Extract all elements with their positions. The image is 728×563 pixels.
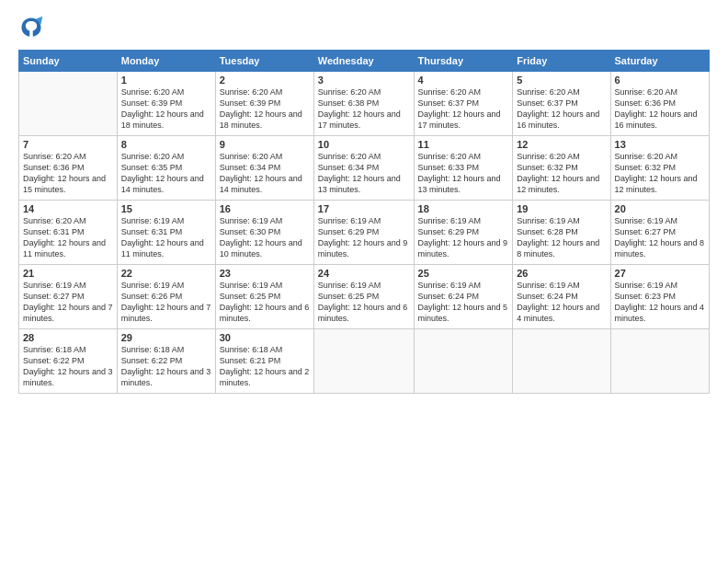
calendar-cell: 20Sunrise: 6:19 AMSunset: 6:27 PMDayligh…	[610, 201, 709, 265]
calendar-cell	[19, 72, 118, 136]
day-info: Sunrise: 6:19 AMSunset: 6:31 PMDaylight:…	[121, 215, 211, 260]
day-info: Sunrise: 6:18 AMSunset: 6:21 PMDaylight:…	[220, 344, 310, 389]
calendar-cell: 16Sunrise: 6:19 AMSunset: 6:30 PMDayligh…	[215, 201, 313, 265]
day-number: 4	[418, 75, 509, 86]
day-number: 26	[517, 268, 606, 279]
day-info: Sunrise: 6:20 AMSunset: 6:34 PMDaylight:…	[318, 151, 410, 196]
logo	[18, 15, 48, 40]
weekday-header-saturday: Saturday	[610, 51, 709, 72]
weekday-header-row: SundayMondayTuesdayWednesdayThursdayFrid…	[19, 51, 710, 72]
calendar-cell: 6Sunrise: 6:20 AMSunset: 6:36 PMDaylight…	[610, 72, 709, 136]
calendar-cell: 11Sunrise: 6:20 AMSunset: 6:33 PMDayligh…	[414, 136, 513, 201]
calendar-cell: 12Sunrise: 6:20 AMSunset: 6:32 PMDayligh…	[513, 136, 610, 201]
day-number: 10	[318, 139, 410, 150]
day-number: 17	[318, 203, 410, 214]
day-info: Sunrise: 6:19 AMSunset: 6:26 PMDaylight:…	[121, 280, 211, 325]
week-row-3: 14Sunrise: 6:20 AMSunset: 6:31 PMDayligh…	[19, 201, 710, 265]
calendar-cell: 24Sunrise: 6:19 AMSunset: 6:25 PMDayligh…	[313, 265, 414, 329]
day-number: 3	[318, 75, 410, 86]
day-info: Sunrise: 6:20 AMSunset: 6:39 PMDaylight:…	[220, 86, 310, 132]
weekday-header-thursday: Thursday	[414, 51, 513, 72]
calendar-cell: 7Sunrise: 6:20 AMSunset: 6:36 PMDaylight…	[19, 136, 118, 201]
week-row-5: 28Sunrise: 6:18 AMSunset: 6:22 PMDayligh…	[19, 329, 710, 394]
day-number: 18	[418, 203, 509, 214]
day-info: Sunrise: 6:19 AMSunset: 6:29 PMDaylight:…	[318, 215, 410, 260]
calendar-cell: 21Sunrise: 6:19 AMSunset: 6:27 PMDayligh…	[19, 265, 118, 329]
day-number: 11	[418, 139, 509, 150]
day-number: 9	[220, 139, 310, 150]
day-info: Sunrise: 6:19 AMSunset: 6:27 PMDaylight:…	[615, 215, 705, 260]
day-number: 29	[121, 332, 211, 343]
calendar-cell: 23Sunrise: 6:19 AMSunset: 6:25 PMDayligh…	[215, 265, 313, 329]
calendar-cell: 17Sunrise: 6:19 AMSunset: 6:29 PMDayligh…	[313, 201, 414, 265]
day-number: 5	[517, 75, 606, 86]
calendar-cell: 1Sunrise: 6:20 AMSunset: 6:39 PMDaylight…	[117, 72, 215, 136]
week-row-4: 21Sunrise: 6:19 AMSunset: 6:27 PMDayligh…	[19, 265, 710, 329]
day-number: 6	[615, 75, 705, 86]
day-info: Sunrise: 6:20 AMSunset: 6:36 PMDaylight:…	[615, 86, 705, 132]
calendar-cell: 2Sunrise: 6:20 AMSunset: 6:39 PMDaylight…	[215, 72, 313, 136]
day-number: 22	[121, 268, 211, 279]
calendar-cell: 25Sunrise: 6:19 AMSunset: 6:24 PMDayligh…	[414, 265, 513, 329]
calendar-cell	[610, 329, 709, 394]
day-number: 13	[615, 139, 705, 150]
week-row-1: 1Sunrise: 6:20 AMSunset: 6:39 PMDaylight…	[19, 72, 710, 136]
day-number: 8	[121, 139, 211, 150]
day-info: Sunrise: 6:19 AMSunset: 6:25 PMDaylight:…	[318, 280, 410, 325]
day-number: 16	[220, 203, 310, 214]
week-row-2: 7Sunrise: 6:20 AMSunset: 6:36 PMDaylight…	[19, 136, 710, 201]
weekday-header-sunday: Sunday	[19, 51, 118, 72]
day-info: Sunrise: 6:20 AMSunset: 6:33 PMDaylight:…	[418, 151, 509, 196]
day-info: Sunrise: 6:20 AMSunset: 6:32 PMDaylight:…	[615, 151, 705, 196]
calendar-cell: 28Sunrise: 6:18 AMSunset: 6:22 PMDayligh…	[19, 329, 118, 394]
day-number: 24	[318, 268, 410, 279]
day-number: 14	[23, 203, 113, 214]
day-info: Sunrise: 6:19 AMSunset: 6:24 PMDaylight:…	[517, 280, 606, 325]
weekday-header-tuesday: Tuesday	[215, 51, 313, 72]
calendar-cell: 26Sunrise: 6:19 AMSunset: 6:24 PMDayligh…	[513, 265, 610, 329]
calendar-cell: 14Sunrise: 6:20 AMSunset: 6:31 PMDayligh…	[19, 201, 118, 265]
day-info: Sunrise: 6:20 AMSunset: 6:37 PMDaylight:…	[418, 86, 509, 132]
day-number: 27	[615, 268, 705, 279]
header	[18, 15, 710, 40]
day-info: Sunrise: 6:18 AMSunset: 6:22 PMDaylight:…	[23, 344, 113, 389]
calendar-cell: 29Sunrise: 6:18 AMSunset: 6:22 PMDayligh…	[117, 329, 215, 394]
calendar-cell: 13Sunrise: 6:20 AMSunset: 6:32 PMDayligh…	[610, 136, 709, 201]
day-number: 2	[220, 75, 310, 86]
weekday-header-monday: Monday	[117, 51, 215, 72]
day-info: Sunrise: 6:19 AMSunset: 6:28 PMDaylight:…	[517, 215, 606, 260]
day-number: 28	[23, 332, 113, 343]
day-info: Sunrise: 6:18 AMSunset: 6:22 PMDaylight:…	[121, 344, 211, 389]
day-info: Sunrise: 6:19 AMSunset: 6:29 PMDaylight:…	[418, 215, 509, 260]
day-number: 19	[517, 203, 606, 214]
day-number: 15	[121, 203, 211, 214]
day-info: Sunrise: 6:20 AMSunset: 6:36 PMDaylight:…	[23, 151, 113, 196]
day-info: Sunrise: 6:20 AMSunset: 6:39 PMDaylight:…	[121, 86, 211, 132]
weekday-header-wednesday: Wednesday	[313, 51, 414, 72]
day-info: Sunrise: 6:20 AMSunset: 6:31 PMDaylight:…	[23, 215, 113, 260]
calendar-cell: 30Sunrise: 6:18 AMSunset: 6:21 PMDayligh…	[215, 329, 313, 394]
day-number: 12	[517, 139, 606, 150]
calendar-cell	[313, 329, 414, 394]
day-number: 7	[23, 139, 113, 150]
day-info: Sunrise: 6:20 AMSunset: 6:38 PMDaylight:…	[318, 86, 410, 132]
calendar-cell: 9Sunrise: 6:20 AMSunset: 6:34 PMDaylight…	[215, 136, 313, 201]
calendar-cell: 15Sunrise: 6:19 AMSunset: 6:31 PMDayligh…	[117, 201, 215, 265]
day-info: Sunrise: 6:19 AMSunset: 6:27 PMDaylight:…	[23, 280, 113, 325]
calendar-cell: 4Sunrise: 6:20 AMSunset: 6:37 PMDaylight…	[414, 72, 513, 136]
calendar-cell: 5Sunrise: 6:20 AMSunset: 6:37 PMDaylight…	[513, 72, 610, 136]
day-number: 20	[615, 203, 705, 214]
calendar-cell: 27Sunrise: 6:19 AMSunset: 6:23 PMDayligh…	[610, 265, 709, 329]
day-info: Sunrise: 6:20 AMSunset: 6:32 PMDaylight:…	[517, 151, 606, 196]
calendar-cell	[513, 329, 610, 394]
day-number: 30	[220, 332, 310, 343]
day-number: 23	[220, 268, 310, 279]
day-number: 25	[418, 268, 509, 279]
day-number: 21	[23, 268, 113, 279]
calendar-cell: 18Sunrise: 6:19 AMSunset: 6:29 PMDayligh…	[414, 201, 513, 265]
calendar-cell: 8Sunrise: 6:20 AMSunset: 6:35 PMDaylight…	[117, 136, 215, 201]
page: SundayMondayTuesdayWednesdayThursdayFrid…	[0, 0, 728, 563]
day-info: Sunrise: 6:20 AMSunset: 6:34 PMDaylight:…	[220, 151, 310, 196]
calendar-cell: 22Sunrise: 6:19 AMSunset: 6:26 PMDayligh…	[117, 265, 215, 329]
day-info: Sunrise: 6:19 AMSunset: 6:24 PMDaylight:…	[418, 280, 509, 325]
